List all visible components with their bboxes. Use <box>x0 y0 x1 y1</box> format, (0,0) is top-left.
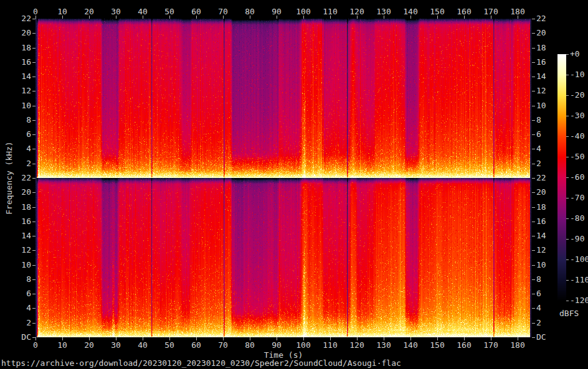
axis-tick <box>566 301 569 301</box>
time-tick-label: 20 <box>84 341 94 350</box>
axis-tick <box>32 294 36 294</box>
time-tick-label: 160 <box>457 341 471 350</box>
axis-tick <box>532 192 535 193</box>
time-tick-label: 100 <box>296 341 310 350</box>
time-tick-label: 110 <box>323 341 337 350</box>
freq-tick-label: 10 <box>14 101 31 110</box>
axis-tick <box>532 91 535 91</box>
time-tick-label: 130 <box>376 7 391 16</box>
time-tick-label: 80 <box>245 341 255 350</box>
axis-tick <box>532 279 535 280</box>
axis-tick <box>566 75 569 75</box>
time-tick-label: 50 <box>164 341 174 350</box>
freq-tick-label: 10 <box>536 261 546 269</box>
time-tick-label: 50 <box>164 7 174 16</box>
time-tick-label: 180 <box>510 7 524 16</box>
freq-tick-label: 2 <box>536 159 541 168</box>
freq-tick-label: 20 <box>536 29 546 37</box>
time-tick-label: 130 <box>376 341 391 350</box>
freq-tick-label: 4 <box>14 304 31 312</box>
y-axis-title: Frequency (kHz) <box>4 141 14 214</box>
axis-tick <box>532 308 535 309</box>
freq-tick-label: 6 <box>536 130 541 139</box>
freq-tick-label: 10 <box>536 101 546 110</box>
spectrogram-window: 0102030405060708090100110120130140150160… <box>0 0 588 369</box>
freq-tick-label: 4 <box>536 304 541 312</box>
axis-tick <box>532 120 535 121</box>
freq-tick-label: 20 <box>536 188 546 197</box>
axis-tick <box>32 106 36 106</box>
time-tick-label: 110 <box>323 7 337 16</box>
time-tick-label: 60 <box>191 341 201 350</box>
time-tick-label: 180 <box>510 341 524 350</box>
db-tick-label: +0 <box>570 50 580 58</box>
freq-tick-label: 22 <box>536 14 546 23</box>
freq-tick-label: 18 <box>536 203 546 212</box>
axis-tick <box>532 323 535 324</box>
axis-tick <box>32 279 36 280</box>
axis-tick <box>532 236 535 236</box>
axis-tick <box>532 33 535 34</box>
axis-tick <box>566 54 569 55</box>
freq-tick-label: 12 <box>14 246 31 255</box>
axis-tick <box>32 192 36 193</box>
time-tick-label: 90 <box>272 341 282 350</box>
freq-tick-label: 2 <box>14 319 31 327</box>
freq-tick-label: 8 <box>536 275 541 284</box>
time-tick-label: 70 <box>218 341 228 350</box>
freq-dc-label: DC <box>14 333 31 342</box>
db-tick-label: -10 <box>570 70 584 79</box>
axis-tick <box>32 62 36 63</box>
db-tick-label: -80 <box>570 214 584 223</box>
db-tick-label: -20 <box>570 91 584 100</box>
axis-tick <box>566 198 569 199</box>
db-tick-label: -100 <box>570 255 588 264</box>
colorbar-title: dBFS <box>559 309 579 318</box>
axis-tick <box>566 116 569 116</box>
freq-tick-label: 20 <box>14 188 31 197</box>
axis-tick <box>32 19 36 19</box>
freq-tick-label: 14 <box>536 72 546 81</box>
freq-tick-label: 10 <box>14 261 31 269</box>
freq-tick-label: 14 <box>536 231 546 240</box>
freq-tick-label: 12 <box>536 246 546 255</box>
freq-tick-label: 6 <box>536 289 541 298</box>
axis-tick <box>532 265 535 266</box>
time-tick-label: 120 <box>349 341 364 350</box>
axis-tick <box>532 19 535 19</box>
axis-tick <box>566 95 569 96</box>
colorbar-gradient <box>557 54 566 301</box>
time-tick-label: 30 <box>111 7 121 16</box>
time-tick-label: 100 <box>296 7 310 16</box>
freq-tick-label: 22 <box>536 174 546 182</box>
db-tick-label: -90 <box>570 235 584 243</box>
time-tick-label: 140 <box>403 7 417 16</box>
axis-tick <box>532 222 535 222</box>
freq-tick-label: 18 <box>14 203 31 212</box>
freq-tick-label: 16 <box>536 58 546 67</box>
freq-tick-label: 16 <box>14 58 31 67</box>
axis-tick <box>32 120 36 121</box>
source-url: https://archive·org/download/20230120_20… <box>1 358 401 368</box>
axis-tick <box>32 265 36 266</box>
freq-tick-label: 16 <box>536 217 546 226</box>
axis-tick <box>532 337 535 338</box>
freq-tick-label: 6 <box>14 130 31 139</box>
axis-tick <box>32 91 36 91</box>
axis-tick <box>532 178 535 179</box>
time-tick-label: 150 <box>430 7 444 16</box>
axis-tick <box>532 134 535 135</box>
freq-dc-label: DC <box>536 333 546 342</box>
freq-tick-label: 4 <box>536 144 541 153</box>
time-tick-label: 170 <box>483 341 498 350</box>
axis-tick <box>532 62 535 63</box>
time-tick-label: 70 <box>218 7 228 16</box>
time-tick-label: 30 <box>111 341 121 350</box>
axis-tick <box>566 259 569 260</box>
axis-tick <box>532 106 535 106</box>
axis-tick <box>32 207 36 208</box>
axis-tick <box>566 136 569 137</box>
axis-tick <box>32 77 36 77</box>
freq-tick-label: 6 <box>14 289 31 298</box>
freq-tick-label: 8 <box>14 116 31 124</box>
